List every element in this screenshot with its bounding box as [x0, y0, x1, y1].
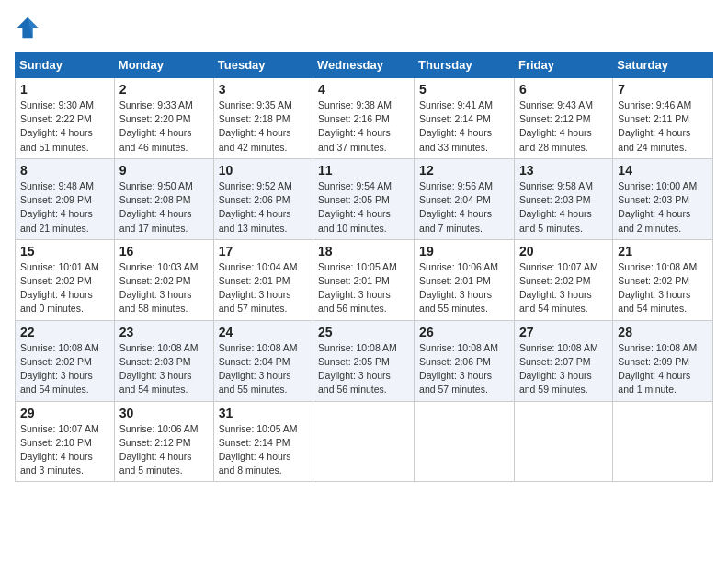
day-info: Sunrise: 9:30 AM Sunset: 2:22 PM Dayligh… — [20, 98, 109, 155]
day-number: 14 — [618, 163, 708, 178]
calendar-cell: 31Sunrise: 10:05 AM Sunset: 2:14 PM Dayl… — [213, 401, 313, 482]
calendar-cell — [313, 401, 415, 482]
day-info: Sunrise: 9:46 AM Sunset: 2:11 PM Dayligh… — [618, 98, 708, 155]
calendar-cell: 29Sunrise: 10:07 AM Sunset: 2:10 PM Dayl… — [16, 401, 115, 482]
day-info: Sunrise: 9:50 AM Sunset: 2:08 PM Dayligh… — [119, 179, 209, 236]
calendar-cell: 9Sunrise: 9:50 AM Sunset: 2:08 PM Daylig… — [114, 158, 213, 239]
day-number: 22 — [20, 325, 109, 339]
page-header — [15, 15, 713, 40]
day-number: 1 — [20, 82, 109, 97]
calendar-cell: 17Sunrise: 10:04 AM Sunset: 2:01 PM Dayl… — [213, 239, 313, 320]
calendar-cell: 25Sunrise: 10:08 AM Sunset: 2:05 PM Dayl… — [313, 320, 415, 401]
day-number: 19 — [419, 244, 509, 259]
day-info: Sunrise: 10:06 AM Sunset: 2:12 PM Daylig… — [119, 422, 209, 478]
day-info: Sunrise: 10:08 AM Sunset: 2:02 PM Daylig… — [618, 260, 708, 316]
day-number: 7 — [618, 82, 708, 97]
day-info: Sunrise: 10:07 AM Sunset: 2:10 PM Daylig… — [20, 422, 109, 478]
day-number: 24 — [219, 325, 308, 339]
column-header-wednesday: Wednesday — [313, 52, 415, 78]
calendar-cell: 30Sunrise: 10:06 AM Sunset: 2:12 PM Dayl… — [114, 401, 213, 482]
day-info: Sunrise: 10:07 AM Sunset: 2:02 PM Daylig… — [519, 260, 608, 316]
day-number: 11 — [318, 163, 409, 178]
calendar-cell: 19Sunrise: 10:06 AM Sunset: 2:01 PM Dayl… — [415, 239, 515, 320]
column-header-sunday: Sunday — [16, 52, 115, 78]
calendar-week-row: 8Sunrise: 9:48 AM Sunset: 2:09 PM Daylig… — [16, 158, 713, 239]
day-info: Sunrise: 10:08 AM Sunset: 2:07 PM Daylig… — [519, 341, 608, 397]
calendar-cell — [613, 401, 713, 482]
day-info: Sunrise: 10:08 AM Sunset: 2:05 PM Daylig… — [318, 341, 409, 397]
calendar-header-row: SundayMondayTuesdayWednesdayThursdayFrid… — [16, 52, 713, 78]
calendar-cell: 18Sunrise: 10:05 AM Sunset: 2:01 PM Dayl… — [313, 239, 415, 320]
calendar-cell: 21Sunrise: 10:08 AM Sunset: 2:02 PM Dayl… — [613, 239, 713, 320]
column-header-tuesday: Tuesday — [213, 52, 313, 78]
column-header-friday: Friday — [514, 52, 612, 78]
day-number: 12 — [419, 163, 509, 178]
day-info: Sunrise: 9:41 AM Sunset: 2:14 PM Dayligh… — [419, 98, 509, 155]
calendar-cell: 15Sunrise: 10:01 AM Sunset: 2:02 PM Dayl… — [16, 239, 115, 320]
calendar-cell: 14Sunrise: 10:00 AM Sunset: 2:03 PM Dayl… — [613, 158, 713, 239]
calendar-cell: 6Sunrise: 9:43 AM Sunset: 2:12 PM Daylig… — [514, 78, 612, 159]
calendar-cell — [415, 401, 515, 482]
logo-icon — [15, 15, 40, 40]
day-info: Sunrise: 9:38 AM Sunset: 2:16 PM Dayligh… — [318, 98, 409, 155]
day-info: Sunrise: 9:52 AM Sunset: 2:06 PM Dayligh… — [219, 179, 308, 236]
day-number: 4 — [318, 82, 409, 97]
day-number: 28 — [618, 325, 708, 339]
day-number: 6 — [519, 82, 608, 97]
calendar-cell: 8Sunrise: 9:48 AM Sunset: 2:09 PM Daylig… — [16, 158, 115, 239]
day-info: Sunrise: 9:56 AM Sunset: 2:04 PM Dayligh… — [419, 179, 509, 236]
day-info: Sunrise: 10:01 AM Sunset: 2:02 PM Daylig… — [20, 260, 109, 316]
day-number: 8 — [20, 163, 109, 178]
calendar-cell: 20Sunrise: 10:07 AM Sunset: 2:02 PM Dayl… — [514, 239, 612, 320]
day-info: Sunrise: 9:35 AM Sunset: 2:18 PM Dayligh… — [219, 98, 308, 155]
calendar-cell: 5Sunrise: 9:41 AM Sunset: 2:14 PM Daylig… — [415, 78, 515, 159]
day-info: Sunrise: 9:58 AM Sunset: 2:03 PM Dayligh… — [519, 179, 608, 236]
day-number: 31 — [219, 406, 308, 420]
calendar-cell — [514, 401, 612, 482]
day-number: 18 — [318, 244, 409, 259]
calendar-cell: 2Sunrise: 9:33 AM Sunset: 2:20 PM Daylig… — [114, 78, 213, 159]
calendar-cell: 26Sunrise: 10:08 AM Sunset: 2:06 PM Dayl… — [415, 320, 515, 401]
column-header-thursday: Thursday — [415, 52, 515, 78]
day-number: 5 — [419, 82, 509, 97]
day-number: 23 — [119, 325, 209, 339]
day-number: 15 — [20, 244, 109, 259]
day-info: Sunrise: 9:48 AM Sunset: 2:09 PM Dayligh… — [20, 179, 109, 236]
calendar-cell: 22Sunrise: 10:08 AM Sunset: 2:02 PM Dayl… — [16, 320, 115, 401]
day-info: Sunrise: 10:05 AM Sunset: 2:14 PM Daylig… — [219, 422, 308, 478]
day-number: 26 — [419, 325, 509, 339]
day-info: Sunrise: 10:03 AM Sunset: 2:02 PM Daylig… — [119, 260, 209, 316]
day-info: Sunrise: 10:08 AM Sunset: 2:09 PM Daylig… — [618, 341, 708, 397]
day-info: Sunrise: 10:08 AM Sunset: 2:02 PM Daylig… — [20, 341, 109, 397]
calendar-cell: 16Sunrise: 10:03 AM Sunset: 2:02 PM Dayl… — [114, 239, 213, 320]
calendar-table: SundayMondayTuesdayWednesdayThursdayFrid… — [15, 52, 713, 482]
column-header-monday: Monday — [114, 52, 213, 78]
day-info: Sunrise: 9:54 AM Sunset: 2:05 PM Dayligh… — [318, 179, 409, 236]
day-info: Sunrise: 9:43 AM Sunset: 2:12 PM Dayligh… — [519, 98, 608, 155]
day-number: 29 — [20, 406, 109, 420]
day-info: Sunrise: 10:04 AM Sunset: 2:01 PM Daylig… — [219, 260, 308, 316]
day-number: 16 — [119, 244, 209, 259]
day-number: 2 — [119, 82, 209, 97]
day-number: 10 — [219, 163, 308, 178]
day-info: Sunrise: 10:08 AM Sunset: 2:06 PM Daylig… — [419, 341, 509, 397]
calendar-week-row: 22Sunrise: 10:08 AM Sunset: 2:02 PM Dayl… — [16, 320, 713, 401]
day-info: Sunrise: 10:08 AM Sunset: 2:04 PM Daylig… — [219, 341, 308, 397]
day-info: Sunrise: 10:06 AM Sunset: 2:01 PM Daylig… — [419, 260, 509, 316]
day-number: 30 — [119, 406, 209, 420]
day-number: 13 — [519, 163, 608, 178]
day-info: Sunrise: 10:05 AM Sunset: 2:01 PM Daylig… — [318, 260, 409, 316]
calendar-cell: 24Sunrise: 10:08 AM Sunset: 2:04 PM Dayl… — [213, 320, 313, 401]
calendar-cell: 13Sunrise: 9:58 AM Sunset: 2:03 PM Dayli… — [514, 158, 612, 239]
calendar-cell: 1Sunrise: 9:30 AM Sunset: 2:22 PM Daylig… — [16, 78, 115, 159]
day-number: 17 — [219, 244, 308, 259]
calendar-cell: 12Sunrise: 9:56 AM Sunset: 2:04 PM Dayli… — [415, 158, 515, 239]
day-number: 25 — [318, 325, 409, 339]
day-info: Sunrise: 9:33 AM Sunset: 2:20 PM Dayligh… — [119, 98, 209, 155]
day-number: 9 — [119, 163, 209, 178]
calendar-cell: 11Sunrise: 9:54 AM Sunset: 2:05 PM Dayli… — [313, 158, 415, 239]
calendar-cell: 7Sunrise: 9:46 AM Sunset: 2:11 PM Daylig… — [613, 78, 713, 159]
calendar-week-row: 1Sunrise: 9:30 AM Sunset: 2:22 PM Daylig… — [16, 78, 713, 159]
day-number: 27 — [519, 325, 608, 339]
day-info: Sunrise: 10:00 AM Sunset: 2:03 PM Daylig… — [618, 179, 708, 236]
